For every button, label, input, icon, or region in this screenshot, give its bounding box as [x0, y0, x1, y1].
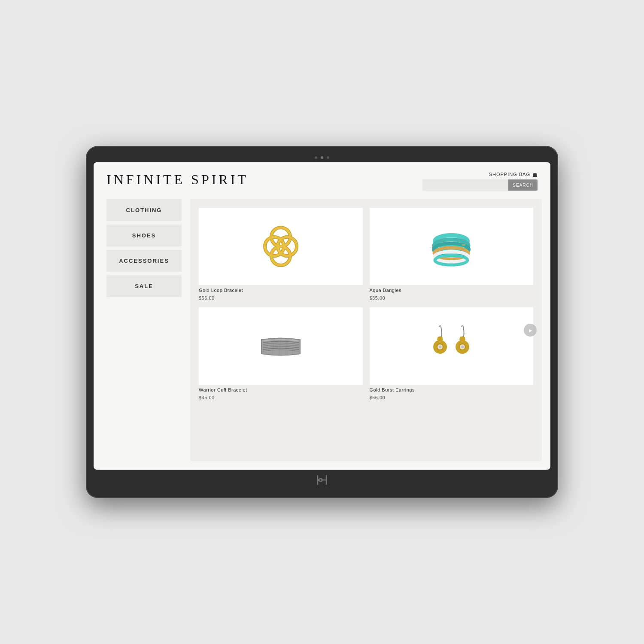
app-header: INFINITE SPIRIT SHOPPING BAG SEARCH [94, 162, 550, 195]
product-name-gold-loop: Gold Loop Bracelet [199, 288, 363, 293]
app-body: CLOTHING SHOES ACCESSORIES SALE [94, 195, 550, 470]
next-arrow-button[interactable] [524, 324, 537, 337]
svg-point-39 [461, 346, 464, 348]
search-input[interactable] [422, 179, 508, 191]
product-name-warrior-cuff: Warrior Cuff Bracelet [199, 387, 363, 392]
aqua-bangles-svg [421, 216, 481, 276]
product-image-warrior-cuff [199, 307, 363, 385]
hp-logo [314, 474, 330, 489]
product-card-aqua-bangles[interactable]: Aqua Bangles $35.00 [370, 208, 534, 301]
nav-button-shoes[interactable]: SHOES [106, 225, 182, 246]
product-card-warrior-cuff[interactable]: Warrior Cuff Bracelet $45.00 [199, 307, 363, 400]
shopping-bag-link[interactable]: SHOPPING BAG [489, 172, 538, 177]
bag-icon [532, 172, 538, 177]
svg-rect-15 [461, 249, 464, 250]
product-image-gold-loop [199, 208, 363, 285]
product-name-gold-burst-earrings: Gold Burst Earrings [370, 387, 534, 392]
product-card-gold-loop[interactable]: Gold Loop Bracelet $56.00 [199, 208, 363, 301]
tablet-screen: INFINITE SPIRIT SHOPPING BAG SEARCH CLOT… [94, 162, 550, 470]
tablet-bottom-bar [94, 470, 550, 490]
search-button[interactable]: SEARCH [508, 179, 538, 191]
tablet-top-bar [94, 154, 550, 162]
product-area: Gold Loop Bracelet $56.00 [190, 199, 542, 461]
product-card-gold-burst-earrings[interactable]: Gold Burst Earrings $56.00 [370, 307, 534, 400]
sidebar: CLOTHING SHOES ACCESSORIES SALE [106, 199, 182, 461]
product-name-aqua-bangles: Aqua Bangles [370, 288, 534, 293]
nav-button-sale[interactable]: SALE [106, 275, 182, 297]
nav-button-accessories[interactable]: ACCESSORIES [106, 250, 182, 272]
svg-point-27 [439, 346, 441, 348]
store-title: INFINITE SPIRIT [106, 172, 249, 188]
status-dot-2 [321, 156, 323, 159]
product-image-aqua-bangles [370, 208, 534, 285]
tablet-device: INFINITE SPIRIT SHOPPING BAG SEARCH CLOT… [86, 146, 558, 498]
svg-rect-14 [462, 244, 465, 246]
product-price-gold-burst-earrings: $56.00 [370, 395, 534, 400]
product-price-gold-loop: $56.00 [199, 295, 363, 301]
product-image-gold-burst-earrings [370, 307, 534, 385]
shopping-bag-label: SHOPPING BAG [489, 172, 530, 177]
status-dot-3 [327, 156, 329, 159]
gold-loop-bracelet-svg [251, 216, 311, 276]
gold-burst-earrings-svg [421, 316, 481, 376]
product-price-aqua-bangles: $35.00 [370, 295, 534, 301]
warrior-cuff-svg [251, 316, 311, 376]
product-grid: Gold Loop Bracelet $56.00 [199, 208, 533, 400]
status-dot-1 [315, 156, 317, 159]
nav-button-clothing[interactable]: CLOTHING [106, 199, 182, 221]
header-right: SHOPPING BAG SEARCH [422, 172, 538, 191]
search-bar: SEARCH [422, 179, 538, 191]
product-price-warrior-cuff: $45.00 [199, 395, 363, 400]
